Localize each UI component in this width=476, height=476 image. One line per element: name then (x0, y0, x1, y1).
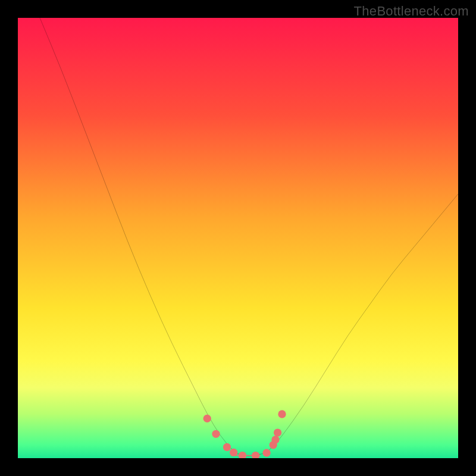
highlight-markers (203, 410, 286, 458)
marker-dot (239, 452, 246, 458)
marker-dot (278, 410, 286, 418)
marker-dot (262, 449, 270, 456)
marker-dot (274, 428, 281, 436)
marker-dot (212, 430, 220, 438)
marker-dot (252, 452, 259, 458)
curve-group (40, 18, 458, 458)
bottleneck-curve-svg (18, 18, 458, 458)
marker-dot (223, 443, 231, 451)
marker-dot (271, 436, 279, 443)
plot-area (18, 18, 458, 458)
marker-dot (230, 449, 237, 456)
watermark-text: TheBottleneck.com (354, 4, 469, 19)
chart-frame: TheBottleneck.com (0, 0, 476, 476)
marker-dot (203, 415, 211, 422)
bottleneck-curve-path (40, 18, 458, 456)
